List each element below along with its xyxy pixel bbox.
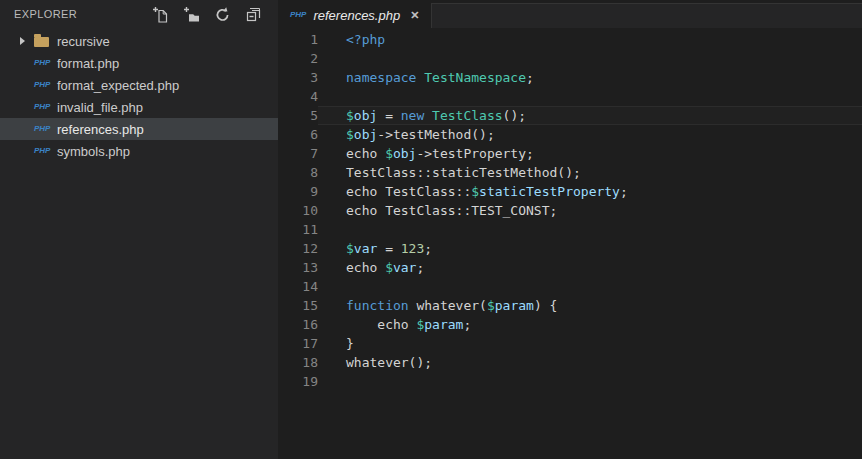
code-line[interactable]: 1<?php <box>278 30 862 49</box>
code-line-content: <?php <box>318 30 862 49</box>
code-token: function <box>346 298 409 313</box>
code-line[interactable]: 5$obj = new TestClass(); <box>278 106 862 125</box>
line-number: 18 <box>278 353 318 372</box>
tab-label: references.php <box>313 8 400 23</box>
code-line[interactable]: 14 <box>278 277 862 296</box>
code-line[interactable]: 17} <box>278 334 862 353</box>
code-line-content: whatever(); <box>318 353 862 372</box>
chevron-right-icon[interactable] <box>20 37 34 45</box>
code-token: echo <box>346 146 385 161</box>
code-token: ->testProperty; <box>416 146 533 161</box>
file-tree-item-symbols-php[interactable]: PHPsymbols.php <box>0 140 278 162</box>
code-token: $ <box>487 298 495 313</box>
code-line[interactable]: 16 echo $param; <box>278 315 862 334</box>
explorer-header: EXPLORER <box>0 0 278 28</box>
code-line[interactable]: 2 <box>278 49 862 68</box>
code-token: 123 <box>401 241 424 256</box>
collapse-all-button[interactable] <box>244 5 262 23</box>
file-name: references.php <box>57 122 144 137</box>
code-token: $ <box>385 146 393 161</box>
code-token: obj <box>354 108 377 123</box>
code-line-content: $obj->testMethod(); <box>318 125 862 144</box>
line-number: 15 <box>278 296 318 315</box>
line-number: 9 <box>278 182 318 201</box>
code-line-content: $var = 123; <box>318 239 862 258</box>
code-token: staticTestProperty <box>479 184 620 199</box>
code-token: } <box>346 336 354 351</box>
refresh-button[interactable] <box>213 5 231 23</box>
php-file-icon: PHP <box>290 11 306 19</box>
new-file-button[interactable] <box>151 5 169 23</box>
code-line-content: echo $var; <box>318 258 862 277</box>
line-number: 3 <box>278 68 318 87</box>
line-number: 7 <box>278 144 318 163</box>
tab-bar-empty-space <box>431 3 862 28</box>
code-line[interactable]: 9echo TestClass::$staticTestProperty; <box>278 182 862 201</box>
code-token: ) { <box>534 298 557 313</box>
new-file-icon <box>152 6 169 23</box>
code-token: var <box>393 260 416 275</box>
code-token: $ <box>346 108 354 123</box>
line-number: 6 <box>278 125 318 144</box>
file-name: invalid_file.php <box>57 100 143 115</box>
file-tree-item-format-php[interactable]: PHPformat.php <box>0 52 278 74</box>
code-token: ; <box>463 317 471 332</box>
code-token: TestClass::staticTestMethod(); <box>346 165 581 180</box>
code-token: ; <box>620 184 628 199</box>
code-line[interactable]: 7echo $obj->testProperty; <box>278 144 862 163</box>
tab-bar: PHP references.php ✕ <box>278 0 862 30</box>
line-number: 5 <box>278 106 318 125</box>
file-tree-item-recursive[interactable]: recursive <box>0 30 278 52</box>
code-line-content <box>318 87 862 106</box>
line-number: 10 <box>278 201 318 220</box>
code-token: = <box>377 241 400 256</box>
code-token: obj <box>354 127 377 142</box>
file-name: recursive <box>57 34 110 49</box>
code-token: param <box>495 298 534 313</box>
code-token <box>424 108 432 123</box>
code-line-content: } <box>318 334 862 353</box>
code-token: namespace <box>346 70 424 85</box>
line-number: 14 <box>278 277 318 296</box>
file-tree-item-references-php[interactable]: PHPreferences.php <box>0 118 278 140</box>
file-tree-item-invalid-file-php[interactable]: PHPinvalid_file.php <box>0 96 278 118</box>
editor-tab-references-php[interactable]: PHP references.php ✕ <box>278 0 431 30</box>
code-token: echo <box>346 317 416 332</box>
code-line-content: function whatever($param) { <box>318 296 862 315</box>
code-line[interactable]: 18whatever(); <box>278 353 862 372</box>
code-token: whatever(); <box>346 355 432 370</box>
code-line[interactable]: 3namespace TestNamespace; <box>278 68 862 87</box>
code-token: $ <box>346 241 354 256</box>
file-tree: recursivePHPformat.phpPHPformat_expected… <box>0 30 278 162</box>
code-line[interactable]: 15function whatever($param) { <box>278 296 862 315</box>
code-line[interactable]: 12$var = 123; <box>278 239 862 258</box>
code-line[interactable]: 8TestClass::staticTestMethod(); <box>278 163 862 182</box>
new-folder-button[interactable] <box>182 5 200 23</box>
code-line[interactable]: 13echo $var; <box>278 258 862 277</box>
code-token: echo TestClass:: <box>346 184 471 199</box>
code-line[interactable]: 6$obj->testMethod(); <box>278 125 862 144</box>
line-number: 11 <box>278 220 318 239</box>
code-line-content: echo TestClass::TEST_CONST; <box>318 201 862 220</box>
php-file-icon: PHP <box>34 59 56 67</box>
code-token: ; <box>526 70 534 85</box>
editor[interactable]: 1<?php23namespace TestNamespace;45$obj =… <box>278 30 862 459</box>
code-line-content <box>318 277 862 296</box>
code-token: TestClass <box>432 108 502 123</box>
code-line[interactable]: 4 <box>278 87 862 106</box>
line-number: 17 <box>278 334 318 353</box>
new-folder-icon <box>183 6 200 23</box>
code-token: param <box>424 317 463 332</box>
file-tree-item-format-expected-php[interactable]: PHPformat_expected.php <box>0 74 278 96</box>
line-number: 16 <box>278 315 318 334</box>
code-token: whatever( <box>409 298 487 313</box>
collapse-all-icon <box>245 6 262 23</box>
line-number: 8 <box>278 163 318 182</box>
tab-close-icon[interactable]: ✕ <box>410 10 419 21</box>
code-token: $ <box>471 184 479 199</box>
code-line[interactable]: 19 <box>278 372 862 391</box>
php-file-icon: PHP <box>34 125 56 133</box>
code-line[interactable]: 11 <box>278 220 862 239</box>
code-token: $ <box>385 260 393 275</box>
code-line[interactable]: 10echo TestClass::TEST_CONST; <box>278 201 862 220</box>
